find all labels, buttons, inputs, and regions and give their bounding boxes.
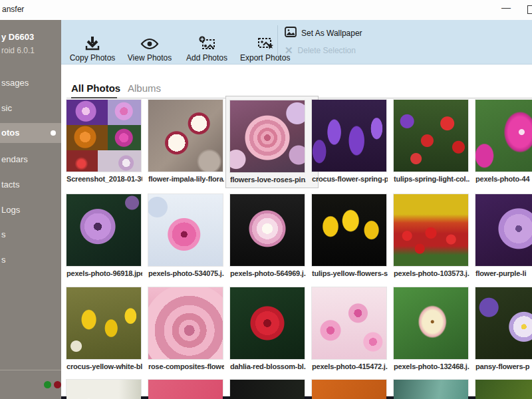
photo-cell[interactable]: Screenshot_2018-01-30... <box>66 100 142 183</box>
eye-icon <box>140 35 159 53</box>
photo-cell[interactable]: rose-composites-flowe... <box>148 287 224 370</box>
sidebar: y D6603 roid 6.0.1 ssagessicotosendarsta… <box>0 20 61 399</box>
photo-thumbnail[interactable] <box>66 380 141 399</box>
status-dot-green <box>44 381 51 388</box>
photo-cell[interactable]: pexels-photo-96918.jpeg <box>66 194 142 277</box>
photo-cell[interactable]: crocus-flower-spring-p... <box>312 100 388 183</box>
photo-thumbnail[interactable] <box>312 380 386 399</box>
photo-thumbnail[interactable] <box>148 287 223 359</box>
sidebar-item[interactable]: sic <box>0 98 61 118</box>
photo-cell[interactable]: crocus-yellow-white-bl... <box>66 287 142 370</box>
toolbar: Copy Photos View Photos Add Photos Expor… <box>61 20 532 65</box>
photo-cell[interactable]: dahlia-red-blossom-bl... <box>230 287 306 370</box>
photo-cell[interactable] <box>475 380 532 399</box>
device-name: y D6603 <box>1 32 34 42</box>
photo-thumbnail[interactable] <box>312 287 386 359</box>
sidebar-item-label: s <box>1 255 6 265</box>
sidebar-item[interactable]: otos <box>0 123 61 143</box>
selected-indicator-dot <box>51 130 56 136</box>
photo-cell[interactable]: pexels-photo-415472.j... <box>312 287 388 370</box>
photo-filename: flowers-love-roses-pin... <box>230 176 306 184</box>
sidebar-item-label: otos <box>1 128 19 138</box>
tab-albums[interactable]: Albums <box>128 82 161 94</box>
sidebar-divider <box>0 370 61 370</box>
photo-filename: crocus-flower-spring-p... <box>312 175 388 183</box>
photo-cell[interactable] <box>312 380 388 399</box>
sidebar-item[interactable]: tacts <box>0 175 61 195</box>
maximize-button[interactable] <box>527 5 532 14</box>
status-dot-red <box>54 381 61 388</box>
sidebar-item-label: endars <box>1 154 28 164</box>
sidebar-item[interactable]: Logs <box>0 200 61 220</box>
sidebar-item-label: tacts <box>1 180 19 190</box>
photo-cell[interactable]: flowers-love-roses-pin... <box>225 96 319 188</box>
phone-transfer-window: ansfer — y D6603 roid 6.0.1 ssagessicoto… <box>0 0 532 399</box>
photo-thumbnail[interactable] <box>312 194 386 266</box>
photo-thumbnail[interactable] <box>475 287 532 359</box>
export-photos-label: Export Photos <box>240 53 290 63</box>
photo-filename: pexels-photo-564969.j... <box>230 269 306 277</box>
set-as-wallpaper-button[interactable]: Set As Wallpaper <box>285 27 362 40</box>
photo-cell[interactable] <box>230 380 306 399</box>
sidebar-item[interactable]: ssages <box>0 73 61 93</box>
photo-cell[interactable]: pexels-photo-132468.j... <box>394 287 469 370</box>
photo-thumbnail[interactable] <box>230 194 305 266</box>
sidebar-item[interactable]: s <box>0 250 61 270</box>
view-photos-button[interactable]: View Photos <box>122 23 177 64</box>
photo-thumbnail[interactable] <box>230 380 305 399</box>
set-as-wallpaper-label: Set As Wallpaper <box>301 29 362 38</box>
add-photos-label: Add Photos <box>186 53 227 63</box>
photo-thumbnail[interactable] <box>475 100 532 172</box>
photo-thumbnail[interactable] <box>475 194 532 266</box>
photo-cell[interactable] <box>148 380 224 399</box>
sidebar-item-label: sic <box>1 103 12 113</box>
copy-photos-button[interactable]: Copy Photos <box>65 23 120 64</box>
photo-cell[interactable] <box>394 380 469 399</box>
photo-cell[interactable]: tulips-yellow-flowers-s... <box>312 194 388 277</box>
photo-cell[interactable]: tulips-spring-light-col... <box>394 100 469 183</box>
photo-cell[interactable]: flower-purple-li <box>475 194 532 277</box>
toolbar-button-group: Copy Photos View Photos Add Photos Expor… <box>65 23 293 64</box>
photo-thumbnail[interactable] <box>394 380 468 399</box>
wallpaper-icon <box>285 27 297 40</box>
photo-thumbnail[interactable] <box>312 100 386 172</box>
photo-thumbnail[interactable] <box>394 100 468 172</box>
title-bar: ansfer — <box>0 0 532 20</box>
photo-cell[interactable]: pansy-flowers-p <box>475 287 532 370</box>
photo-thumbnail[interactable] <box>394 287 468 359</box>
photo-cell[interactable] <box>66 380 142 399</box>
photo-cell[interactable]: pexels-photo-103573.j... <box>394 194 469 277</box>
tab-all-photos[interactable]: All Photos <box>71 82 120 94</box>
photo-thumbnail[interactable] <box>230 287 305 359</box>
export-photo-icon <box>256 35 275 53</box>
delete-selection-label: Delete Selection <box>298 46 356 55</box>
photo-cell[interactable]: pexels-photo-564969.j... <box>230 194 306 277</box>
x-icon: ✕ <box>285 45 293 57</box>
photo-thumbnail[interactable] <box>394 194 468 266</box>
photo-thumbnail[interactable] <box>148 380 223 399</box>
photo-thumbnail[interactable] <box>66 287 141 359</box>
photo-thumbnail[interactable] <box>148 100 223 172</box>
photo-filename: dahlia-red-blossom-bl... <box>230 362 306 370</box>
photo-thumbnail[interactable] <box>230 100 305 172</box>
photo-filename: Screenshot_2018-01-30... <box>66 175 142 183</box>
sidebar-item-label: Logs <box>1 205 20 215</box>
sidebar-item-label: s <box>1 229 6 239</box>
photo-cell[interactable]: pexels-photo-534075.j... <box>148 194 224 277</box>
sidebar-item[interactable]: s <box>0 225 61 245</box>
photo-thumbnail[interactable] <box>66 100 141 172</box>
photo-cell[interactable]: flower-impala-lily-flora... <box>148 100 224 183</box>
active-tab-underline <box>71 97 117 98</box>
photo-thumbnail[interactable] <box>148 194 223 266</box>
copy-photos-label: Copy Photos <box>70 53 116 63</box>
photo-filename: crocus-yellow-white-bl... <box>66 362 142 370</box>
photo-thumbnail[interactable] <box>66 194 141 266</box>
view-photos-label: View Photos <box>128 53 172 63</box>
photo-cell[interactable]: pexels-photo-44 <box>475 100 532 183</box>
minimize-button[interactable]: — <box>497 0 515 17</box>
photo-thumbnail[interactable] <box>475 380 532 399</box>
photo-filename: pexels-photo-534075.j... <box>148 269 224 277</box>
add-photos-button[interactable]: Add Photos <box>180 23 234 64</box>
sidebar-item[interactable]: endars <box>0 150 61 170</box>
photo-filename: tulips-spring-light-col... <box>394 175 469 183</box>
